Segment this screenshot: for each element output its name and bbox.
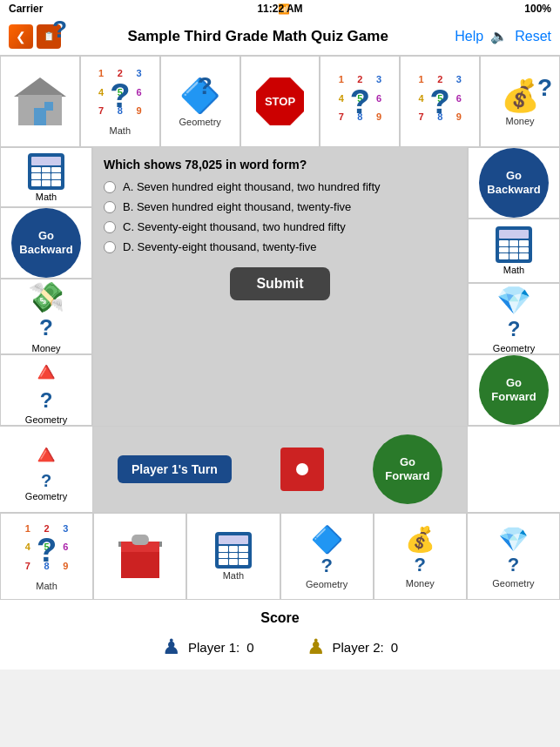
- gift-icon: [118, 535, 162, 578]
- cell-money-top[interactable]: 💰 ? Money: [480, 56, 560, 147]
- nav-right: Help 🔈 Reset: [455, 28, 551, 44]
- cell-money-top-label: Money: [506, 116, 535, 126]
- player1-score: 0: [246, 640, 253, 655]
- geometry-qmark-icon: ?: [198, 72, 213, 100]
- nav-bar: ❮ 📋 Sample Third Grade Math Quiz Game He…: [0, 17, 560, 56]
- player1-label: Player 1:: [188, 640, 240, 655]
- cell-geometry-bottom2-label: Geometry: [492, 578, 534, 589]
- go-backward-label-left: GoBackward: [19, 229, 72, 256]
- num-qmark2-icon: 123 456 789 ?: [332, 73, 388, 130]
- cell-goforward-right[interactable]: GoForward: [468, 354, 560, 426]
- quiz-option-c[interactable]: C. Seventy-eight thousand, two hundred f…: [104, 220, 456, 233]
- option-d-text: D. Seventy-eight thousand, twenty-five: [123, 240, 317, 253]
- score-title: Score: [260, 610, 299, 626]
- volume-icon[interactable]: 🔈: [490, 28, 508, 44]
- go-backward-label-right: GoBackward: [487, 169, 540, 196]
- cell-math-bottom[interactable]: 123 456 789 ? Math: [0, 513, 93, 600]
- cell-money-bottom[interactable]: 💰 ? Money: [374, 513, 467, 600]
- house-icon: [14, 77, 66, 125]
- cell-math-left[interactable]: ? Math: [0, 147, 92, 207]
- radio-c[interactable]: [104, 221, 116, 233]
- pawn-gold-icon: ♟: [307, 635, 326, 659]
- cell-house[interactable]: [0, 56, 80, 147]
- option-c-text: C. Seventy-eight thousand, two hundred f…: [123, 220, 346, 233]
- cell-gobackward-left[interactable]: GoBackward: [0, 207, 92, 279]
- go-forward-label: GoForward: [491, 376, 536, 403]
- score-row: ♟ Player 1: 0 ♟ Player 2: 0: [162, 635, 398, 659]
- cell-money-bottom-label: Money: [406, 578, 435, 589]
- middle-section: ? Math GoBackward 💸 ? Money 🔺 ? Geometry…: [0, 147, 560, 426]
- calc-icon-bottom: [215, 532, 252, 569]
- cell-gift[interactable]: [93, 513, 186, 600]
- cell-math-right[interactable]: Math: [468, 219, 560, 283]
- time-label: 11:22 AM: [257, 3, 302, 15]
- stop-sign-icon: STOP: [256, 77, 304, 125]
- player2-score: 0: [391, 640, 398, 655]
- go-forward-btn[interactable]: GoForward: [479, 355, 549, 425]
- option-a-text: A. Seven hundred eight thousand, two hun…: [123, 180, 381, 193]
- cell-geometry-left[interactable]: 🔺 ? Geometry: [0, 354, 92, 426]
- back-button[interactable]: ❮: [9, 24, 33, 49]
- carrier-label: Carrier: [9, 3, 43, 15]
- money-qmark-left: ?: [39, 314, 53, 341]
- geometry-qmark-player-left: ?: [41, 471, 51, 491]
- cell-numqmark3[interactable]: 123 456 789 ?: [400, 56, 480, 147]
- go-backward-btn-left[interactable]: GoBackward: [11, 208, 81, 278]
- cell-geometry-right-label: Geometry: [493, 343, 535, 353]
- radio-d[interactable]: [104, 241, 116, 253]
- cell-geometry-bottom[interactable]: 🔷 ? Geometry: [280, 513, 374, 600]
- cell-calc-bottom-label: Math: [223, 570, 244, 581]
- cell-numqmark2[interactable]: 123 456 789 ?: [320, 56, 400, 147]
- quiz-question: Which shows 78,025 in word form?: [104, 158, 456, 172]
- score-player1: ♟ Player 1: 0: [162, 635, 254, 659]
- help-button[interactable]: Help: [455, 29, 483, 44]
- go-backward-btn-right[interactable]: GoBackward: [479, 148, 549, 218]
- option-b-text: B. Seven hundred eight thousand, twenty-…: [123, 200, 351, 213]
- geometry-qmark-left: ?: [40, 388, 53, 413]
- cell-geometry-bottom2[interactable]: 💎 ? Geometry: [467, 513, 560, 600]
- bottom-row: 123 456 789 ? Math Math: [0, 513, 560, 600]
- player-turn-badge: Player 1's Turn: [118, 455, 232, 483]
- calc-icon-left: [28, 153, 64, 190]
- cell-math-bottom-label: Math: [36, 581, 57, 591]
- right-col: GoBackward Math 💎 ? Geometry GoFor: [467, 147, 560, 426]
- geometry-shape-right: 💎: [496, 284, 531, 317]
- radio-b[interactable]: [104, 201, 116, 213]
- quiz-option-b[interactable]: B. Seven hundred eight thousand, twenty-…: [104, 200, 456, 213]
- cell-math-top[interactable]: 123 456 789 ? Math: [80, 56, 160, 147]
- geometry-qmark-bottom2: ?: [508, 554, 519, 576]
- submit-button[interactable]: Submit: [230, 267, 329, 300]
- quiz-panel: Which shows 78,025 in word form? A. Seve…: [93, 147, 467, 426]
- money-icon-left: 💸: [28, 279, 64, 314]
- cell-geometry-top[interactable]: 🔷 ? Geometry: [160, 56, 240, 147]
- money-qmark-bottom: ?: [415, 554, 426, 576]
- geometry-label-player-left: Geometry: [25, 491, 67, 501]
- cell-gobackward-right[interactable]: GoBackward: [468, 147, 560, 219]
- money-qmark-top: ?: [537, 74, 552, 102]
- go-forward-center[interactable]: GoForward: [373, 434, 442, 504]
- cell-money-left[interactable]: 💸 ? Money: [0, 279, 92, 354]
- player-row: 🔺 ? Geometry Player 1's Turn GoForward: [0, 426, 560, 513]
- money-icon-top: 💰: [501, 77, 540, 114]
- left-col: ? Math GoBackward 💸 ? Money 🔺 ? Geometry: [0, 147, 93, 426]
- cell-geometry-left-label: Geometry: [25, 414, 67, 425]
- cell-math-right-label: Math: [503, 265, 524, 275]
- cell-geometry-bottom-label: Geometry: [306, 579, 347, 589]
- score-player2: ♟ Player 2: 0: [307, 635, 399, 659]
- cell-geometry-right[interactable]: 💎 ? Geometry: [468, 283, 560, 354]
- cell-calc-bottom[interactable]: Math: [186, 513, 280, 600]
- geometry-qmark-right: ?: [508, 317, 521, 341]
- calc-icon-right: [496, 226, 532, 263]
- player2-label: Player 2:: [333, 640, 384, 655]
- back-arrow-icon: ❮: [16, 30, 26, 44]
- geometry-shape-bottom: 🔷: [311, 524, 343, 555]
- radio-a[interactable]: [104, 181, 116, 193]
- dice-icon[interactable]: [280, 448, 324, 491]
- score-section: Score ♟ Player 1: 0 ♟ Player 2: 0: [0, 600, 560, 670]
- status-bar: Carrier 📶 11:22 AM 100%: [0, 0, 560, 17]
- num-qmark-icon: 123 456 789 ?: [91, 67, 148, 124]
- quiz-option-a[interactable]: A. Seven hundred eight thousand, two hun…: [104, 180, 456, 193]
- quiz-option-d[interactable]: D. Seventy-eight thousand, twenty-five: [104, 240, 456, 253]
- reset-button[interactable]: Reset: [515, 29, 551, 44]
- cell-stop[interactable]: STOP: [240, 56, 320, 147]
